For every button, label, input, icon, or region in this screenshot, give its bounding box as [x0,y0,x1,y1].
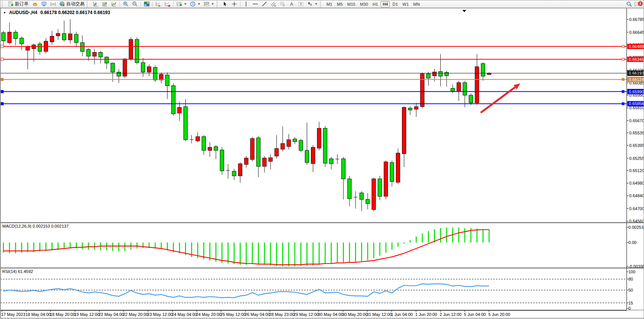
toolbar-grip[interactable] [320,1,323,7]
line-anchor-marker[interactable] [1,90,3,93]
templates-icon [204,1,210,7]
zoom-in-button[interactable] [121,0,130,8]
timeframe-w1[interactable]: W1 [400,1,411,7]
candlestick [202,137,206,150]
price-line-label: 0.66488 [629,44,644,49]
line-chart-icon [111,1,117,7]
arrows-button[interactable]: ▼ [306,0,319,8]
candlestick [421,74,424,107]
indicators-button[interactable]: ▼ [175,0,188,8]
candlestick [184,107,188,140]
line-anchor-marker[interactable] [622,78,624,81]
line-anchor-marker[interactable] [1,102,3,105]
time-tick-label: 30 May 04:00 [318,312,343,317]
line-anchor-marker[interactable] [622,102,624,105]
timeframe-m5[interactable]: M5 [335,1,344,7]
price-tick-label: 0.64840 [629,193,644,198]
trendline-button[interactable] [260,0,269,8]
virtual-hosting-button[interactable] [39,0,48,8]
candlestick [402,107,406,154]
text-button[interactable]: A [287,0,296,8]
toolbar-grip[interactable] [217,1,219,7]
macd-tick-label: -0.003981 [628,264,644,269]
text-icon: A [289,1,295,7]
signals-button[interactable] [48,0,57,8]
line-anchor-marker[interactable] [622,58,624,61]
zoom-in-icon [123,1,129,7]
price-tick-label: 0.65535 [629,131,644,135]
toolbar-grip[interactable] [2,1,5,7]
cursor-button[interactable] [221,0,230,8]
text-label-button[interactable]: T [296,0,306,8]
candlestick [99,53,102,57]
tile-windows-button[interactable] [142,0,151,8]
chart-shift-icon [164,1,171,7]
candlestick [348,179,351,199]
candlestick [457,83,461,91]
dropdown-arrow-icon: ▼ [315,2,318,6]
templates-button[interactable]: ▼ [202,0,216,8]
candlestick [487,73,491,75]
new-order-button[interactable]: 新订单 [6,0,30,8]
candlestick [408,108,412,110]
timeframe-mn[interactable]: MN [411,1,422,7]
candlestick [153,67,157,80]
timeframe-d1[interactable]: D1 [391,1,400,7]
zoom-out-button[interactable] [130,0,139,8]
cursor-icon [222,1,228,7]
line-anchor-marker[interactable] [1,45,3,48]
candlestick [8,32,11,43]
arrows-icon [307,1,313,7]
time-tick-label: 18 May 04:00 [26,312,51,317]
search-button[interactable] [625,0,634,8]
svg-text:A: A [290,2,293,7]
line-anchor-marker[interactable] [1,58,3,61]
bar-chart-button[interactable] [91,0,100,8]
time-tick-label: 5 Jun 04:00 [464,312,486,317]
deposit-button[interactable] [30,0,39,8]
horizontal-line-button[interactable] [251,0,260,8]
line-anchor-marker[interactable] [1,78,3,81]
candlestick [172,86,175,114]
equidistant-channel-button[interactable]: E [269,0,278,8]
chat-button[interactable]: 1 [634,1,644,8]
line-anchor-marker[interactable] [622,91,624,93]
candlestick [244,158,248,164]
candlestick [14,32,18,38]
fibonacci-button[interactable]: F [278,0,287,8]
candlestick [166,75,169,86]
vertical-line-button[interactable] [242,0,251,8]
autotrading-button[interactable]: 自动交易 [57,0,86,8]
timeframe-h4[interactable]: H4 [381,1,390,7]
candlestick [469,95,473,103]
candlestick [275,148,279,156]
timeframe-h1[interactable]: H1 [371,1,380,7]
candlestick [20,38,24,44]
timeframe-m15[interactable]: M15 [345,1,357,7]
candlestick [329,159,333,164]
chart-window[interactable]: ▼ AUDUSD-,H4 0.66178 0.66202 0.66174 0.6… [0,8,644,319]
toolbar-grip[interactable] [87,1,89,7]
chart-canvas[interactable]: 0.667850.666450.665050.663650.662250.660… [0,8,644,319]
candlestick [147,67,151,72]
crosshair-button[interactable] [230,0,239,8]
timeframe-m1[interactable]: M1 [325,1,334,7]
timeframe-m30[interactable]: M30 [358,1,370,7]
chart-menu-icon[interactable]: ▼ [3,11,6,14]
svg-text:T: T [300,2,302,6]
line-anchor-marker[interactable] [622,45,624,48]
text-label-icon: T [298,1,304,7]
auto-scroll-button[interactable] [154,0,163,8]
candlestick [196,137,199,141]
candlestick [92,53,96,56]
candlestick [305,150,309,163]
price-tick-label: 0.64980 [629,181,644,185]
line-chart-button[interactable] [109,0,118,8]
periods-button[interactable]: ▼ [188,0,202,8]
new-order-icon [8,1,14,7]
candlestick-chart-button[interactable] [100,0,109,8]
candlestick [26,46,30,50]
chart-shift-button[interactable] [163,0,172,8]
time-tick-label: 22 May 20:00 [123,312,148,317]
candlestick [214,147,218,150]
